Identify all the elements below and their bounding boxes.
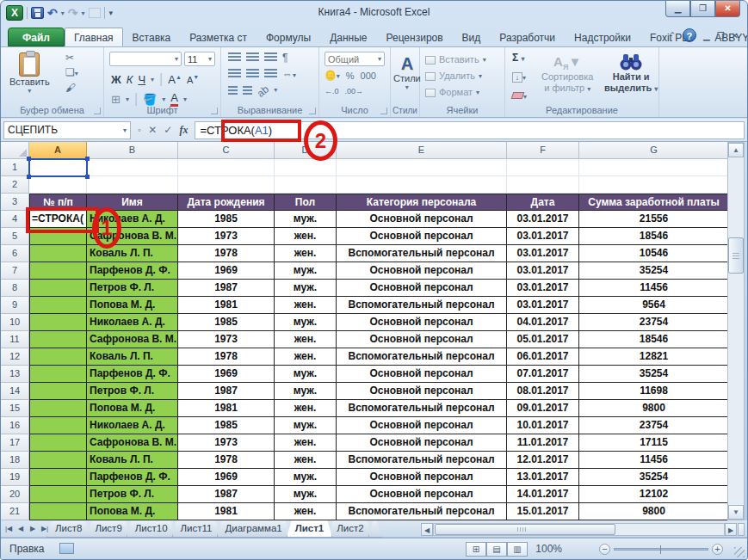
collapse-ribbon-icon[interactable]: ⌃ bbox=[669, 31, 676, 40]
page-layout-view-icon[interactable]: ▤ bbox=[486, 542, 507, 557]
cell-C16[interactable]: 1985 bbox=[178, 417, 275, 434]
sheet-tab-Лист11[interactable]: Лист11 bbox=[172, 520, 221, 538]
row-header-7[interactable]: 7 bbox=[1, 262, 29, 280]
column-header-G[interactable]: G bbox=[579, 142, 729, 159]
fill-color-button[interactable]: 🪣 bbox=[143, 93, 157, 106]
row-header-21[interactable]: 21 bbox=[1, 503, 29, 520]
cell-D4[interactable]: муж. bbox=[275, 211, 337, 228]
cut-icon[interactable]: ✂ bbox=[65, 52, 78, 64]
cell-C3[interactable]: Дата рождения bbox=[178, 194, 275, 211]
cell-B14[interactable]: Петров Ф. Л. bbox=[87, 383, 178, 400]
decrease-indent-icon[interactable] bbox=[228, 86, 238, 95]
increase-indent-icon[interactable] bbox=[243, 86, 252, 95]
sheet-tab-Лист1[interactable]: Лист1 bbox=[287, 520, 333, 538]
cell-D16[interactable]: муж. bbox=[275, 417, 337, 434]
cell-A16[interactable] bbox=[29, 417, 87, 434]
column-header-E[interactable]: E bbox=[337, 142, 507, 159]
delete-cells-button[interactable]: Удалить▾ bbox=[425, 70, 482, 83]
cell-B21[interactable]: Попова М. Д. bbox=[87, 503, 178, 520]
cell-C19[interactable]: 1969 bbox=[178, 469, 275, 486]
column-header-C[interactable]: C bbox=[178, 142, 275, 159]
cell-E20[interactable]: Основной персонал bbox=[337, 486, 507, 503]
shrink-font-button[interactable]: А▼ bbox=[187, 74, 199, 85]
cell-G10[interactable]: 23754 bbox=[579, 314, 729, 331]
cell-C13[interactable]: 1969 bbox=[178, 366, 275, 383]
row-header-14[interactable]: 14 bbox=[1, 383, 29, 400]
row-header-17[interactable]: 17 bbox=[1, 434, 29, 452]
cell-F19[interactable]: 13.01.2017 bbox=[507, 469, 579, 486]
cell-D21[interactable]: жен. bbox=[275, 503, 337, 520]
row-header-10[interactable]: 10 bbox=[1, 314, 29, 331]
cell-E14[interactable]: Основной персонал bbox=[337, 383, 507, 400]
cell-F3[interactable]: Дата bbox=[507, 194, 579, 211]
cell-A11[interactable] bbox=[29, 331, 87, 348]
cell-B2[interactable] bbox=[87, 176, 178, 194]
ribbon-tab-8[interactable]: Разработчи bbox=[490, 28, 565, 46]
font-size-combobox[interactable]: 11▾ bbox=[184, 52, 215, 66]
enter-entry-icon[interactable]: ✓ bbox=[164, 124, 172, 136]
cell-E5[interactable]: Основной персонал bbox=[337, 228, 507, 245]
align-right-icon[interactable] bbox=[264, 69, 277, 78]
cell-G21[interactable]: 9800 bbox=[579, 503, 729, 520]
borders-button[interactable]: ⊞ bbox=[111, 93, 121, 106]
cell-E8[interactable]: Основной персонал bbox=[337, 280, 507, 297]
zoom-slider-handle[interactable] bbox=[660, 545, 661, 554]
paste-dropdown-icon[interactable]: ▾ bbox=[28, 87, 31, 95]
cell-B18[interactable]: Коваль Л. П. bbox=[87, 452, 178, 469]
cell-E2[interactable] bbox=[337, 176, 507, 194]
cell-G12[interactable]: 12821 bbox=[579, 348, 729, 366]
cell-C4[interactable]: 1985 bbox=[178, 211, 275, 228]
cell-F21[interactable]: 15.01.2017 bbox=[507, 503, 579, 520]
cell-E15[interactable]: Вспомогательный персонал bbox=[337, 400, 507, 417]
cell-E1[interactable] bbox=[337, 159, 507, 176]
cell-A9[interactable] bbox=[29, 297, 87, 314]
cell-D7[interactable]: муж. bbox=[275, 262, 337, 280]
cell-G13[interactable]: 35254 bbox=[579, 366, 729, 383]
cell-C2[interactable] bbox=[178, 176, 275, 194]
cell-A6[interactable] bbox=[29, 245, 87, 262]
accounting-format-icon[interactable]: 🪙▾ bbox=[325, 70, 340, 81]
cell-F11[interactable]: 05.01.2017 bbox=[507, 331, 579, 348]
percent-style-icon[interactable]: % bbox=[346, 71, 355, 81]
align-bottom-icon[interactable] bbox=[264, 52, 277, 62]
cell-G2[interactable] bbox=[579, 176, 729, 194]
cell-E19[interactable]: Основной персонал bbox=[337, 469, 507, 486]
sheet-tab-Лист9[interactable]: Лист9 bbox=[86, 520, 130, 538]
cell-G3[interactable]: Сумма заработной платы bbox=[579, 194, 729, 211]
cell-C9[interactable]: 1981 bbox=[178, 297, 275, 314]
cell-D20[interactable]: муж. bbox=[275, 486, 337, 503]
cell-B10[interactable]: Николаев А. Д. bbox=[87, 314, 178, 331]
help-icon[interactable]: ? bbox=[683, 28, 696, 42]
cell-E3[interactable]: Категория персонала bbox=[337, 194, 507, 211]
cell-C1[interactable] bbox=[178, 159, 275, 176]
spreadsheet-grid[interactable]: ABCDEFG123№ п/пИмяДата рожденияПолКатего… bbox=[1, 142, 729, 520]
cell-E6[interactable]: Вспомогательный персонал bbox=[337, 245, 507, 262]
cell-A7[interactable] bbox=[29, 262, 87, 280]
row-header-16[interactable]: 16 bbox=[1, 417, 29, 434]
workbook-close-icon[interactable]: ✕ bbox=[732, 31, 739, 40]
next-sheet-icon[interactable]: ▶ bbox=[28, 522, 38, 535]
insert-cells-button[interactable]: Вставить▾ bbox=[425, 53, 486, 66]
cell-D9[interactable]: жен. bbox=[275, 297, 337, 314]
cell-E10[interactable]: Основной персонал bbox=[337, 314, 507, 331]
row-header-11[interactable]: 11 bbox=[1, 331, 29, 348]
merge-center-icon[interactable]: ⇔▾ bbox=[282, 69, 296, 81]
ribbon-tab-7[interactable]: Вид bbox=[453, 28, 491, 46]
styles-button[interactable]: А Стили ▾ bbox=[393, 54, 421, 91]
cell-F17[interactable]: 11.01.2017 bbox=[507, 434, 579, 452]
cell-F15[interactable]: 09.01.2017 bbox=[507, 400, 579, 417]
cell-G16[interactable]: 23754 bbox=[579, 417, 729, 434]
cell-G8[interactable]: 11456 bbox=[579, 280, 729, 297]
cell-C5[interactable]: 1973 bbox=[178, 228, 275, 245]
cell-A20[interactable] bbox=[29, 486, 87, 503]
name-box-dropdown-icon[interactable]: ▾ bbox=[123, 126, 127, 134]
cell-B17[interactable]: Сафронова В. М. bbox=[87, 434, 178, 452]
workbook-minimize-icon[interactable]: ▁ bbox=[703, 31, 710, 40]
minimize-button[interactable]: ▁ bbox=[665, 1, 690, 17]
workbook-restore-icon[interactable]: ❐ bbox=[717, 31, 725, 40]
clipboard-dialog-launcher-icon[interactable] bbox=[94, 108, 101, 114]
column-header-A[interactable]: A bbox=[29, 142, 87, 159]
cell-F13[interactable]: 07.01.2017 bbox=[507, 366, 579, 383]
cell-E12[interactable]: Вспомогательный персонал bbox=[337, 348, 507, 366]
bold-button[interactable]: Ж bbox=[111, 73, 121, 86]
